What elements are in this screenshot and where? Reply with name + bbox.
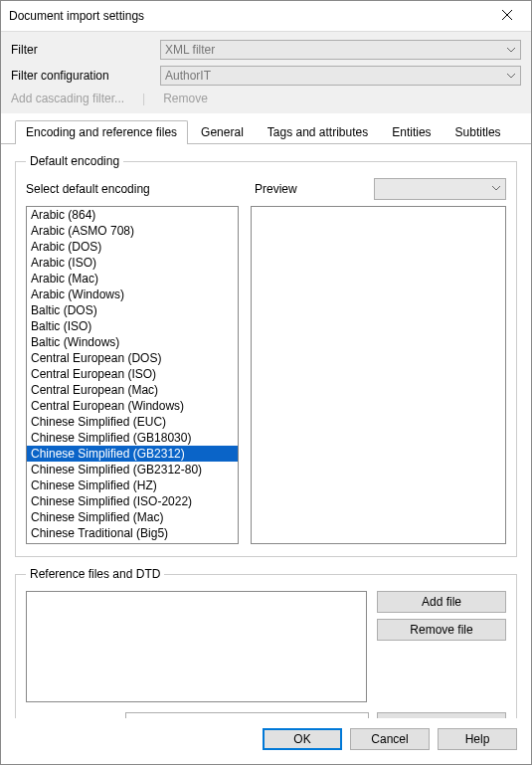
chevron-down-icon — [506, 44, 516, 58]
encoding-listbox[interactable]: Arabic (864)Arabic (ASMO 708)Arabic (DOS… — [26, 206, 239, 544]
tab-subtitles[interactable]: Subtitles — [444, 120, 512, 144]
encoding-option[interactable]: Chinese Simplified (GB18030) — [27, 430, 238, 446]
tab-strip: Encoding and reference files General Tag… — [1, 119, 531, 144]
tab-general[interactable]: General — [190, 120, 255, 144]
default-encoding-legend: Default encoding — [26, 154, 123, 168]
filter-config-label: Filter configuration — [11, 69, 160, 83]
help-button[interactable]: Help — [438, 728, 517, 750]
close-icon — [502, 9, 512, 23]
filter-combo[interactable]: XML filter — [160, 40, 521, 60]
encoding-option[interactable]: Arabic (864) — [27, 207, 238, 223]
separator: | — [142, 92, 145, 105]
preview-label: Preview — [255, 182, 374, 196]
tab-entities[interactable]: Entities — [381, 120, 442, 144]
preview-pane[interactable] — [251, 206, 506, 544]
filter-config-combo[interactable]: AuthorIT — [160, 66, 521, 86]
close-button[interactable] — [491, 4, 523, 28]
encoding-option[interactable]: Chinese Traditional (CNS) — [27, 541, 238, 544]
encoding-option[interactable]: Arabic (Mac) — [27, 271, 238, 287]
encoding-option[interactable]: Central European (Mac) — [27, 382, 238, 398]
cancel-button[interactable]: Cancel — [350, 728, 430, 750]
encoding-option[interactable]: Baltic (ISO) — [27, 318, 238, 334]
dialog-window: Document import settings Filter XML filt… — [0, 0, 532, 765]
encoding-option[interactable]: Baltic (Windows) — [27, 334, 238, 350]
filter-panel: Filter XML filter Filter configuration A… — [1, 32, 531, 113]
reference-files-listbox[interactable] — [26, 591, 367, 702]
encoding-option[interactable]: Arabic (ASMO 708) — [27, 223, 238, 239]
encoding-option[interactable]: Chinese Simplified (GB2312) — [27, 446, 238, 462]
chevron-down-icon — [491, 182, 501, 196]
remove-file-button[interactable]: Remove file — [377, 619, 506, 641]
dialog-buttons: OK Cancel Help — [1, 718, 531, 764]
add-file-button[interactable]: Add file — [377, 591, 506, 613]
filter-combo-value: XML filter — [165, 43, 215, 57]
encoding-option[interactable]: Arabic (ISO) — [27, 255, 238, 271]
reference-legend: Reference files and DTD — [26, 567, 164, 581]
default-encoding-group: Default encoding Select default encoding… — [15, 154, 517, 557]
encoding-option[interactable]: Chinese Traditional (Big5) — [27, 525, 238, 541]
select-encoding-label: Select default encoding — [26, 182, 245, 196]
add-cascading-filter-link[interactable]: Add cascading filter... — [11, 92, 124, 105]
encoding-option[interactable]: Chinese Simplified (ISO-2022) — [27, 493, 238, 509]
chevron-down-icon — [506, 70, 516, 84]
tab-body: Default encoding Select default encoding… — [1, 144, 531, 718]
reference-files-group: Reference files and DTD Add file Remove … — [15, 567, 517, 718]
encoding-option[interactable]: Chinese Simplified (Mac) — [27, 509, 238, 525]
window-title: Document import settings — [9, 9, 144, 23]
encoding-option[interactable]: Central European (Windows) — [27, 398, 238, 414]
titlebar: Document import settings — [1, 1, 531, 32]
encoding-option[interactable]: Arabic (DOS) — [27, 239, 238, 255]
encoding-option[interactable]: Central European (DOS) — [27, 350, 238, 366]
encoding-option[interactable]: Chinese Simplified (EUC) — [27, 414, 238, 430]
tab-tags-attributes[interactable]: Tags and attributes — [257, 120, 379, 144]
encoding-option[interactable]: Chinese Simplified (HZ) — [27, 478, 238, 493]
preview-dropdown[interactable] — [374, 178, 506, 200]
encoding-option[interactable]: Central European (ISO) — [27, 366, 238, 382]
tab-encoding[interactable]: Encoding and reference files — [15, 120, 188, 144]
remove-filter-link[interactable]: Remove — [163, 92, 208, 105]
filter-config-value: AuthorIT — [165, 69, 211, 83]
encoding-option[interactable]: Arabic (Windows) — [27, 287, 238, 302]
encoding-option[interactable]: Baltic (DOS) — [27, 302, 238, 318]
filter-actions: Add cascading filter... | Remove — [11, 92, 521, 109]
encoding-option[interactable]: Chinese Simplified (GB2312-80) — [27, 462, 238, 478]
filter-label: Filter — [11, 43, 160, 57]
ok-button[interactable]: OK — [263, 728, 342, 750]
